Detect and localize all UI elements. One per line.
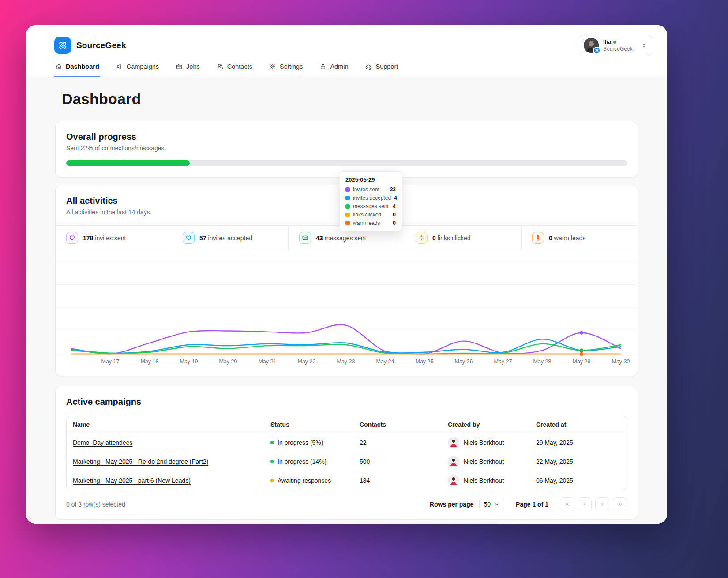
svg-text:May 28: May 28 (533, 358, 552, 365)
overall-progress-card: Overall progress Sent 22% of connections… (55, 121, 638, 178)
user-org: SourceGeek (603, 46, 636, 52)
legend-chip-links-clicked (345, 213, 350, 217)
table-header-row: Name Status Contacts Created by Created … (67, 416, 627, 433)
nav-tab-settings[interactable]: Settings (268, 63, 304, 77)
invite-heart-icon (66, 232, 78, 244)
svg-text:May 25: May 25 (416, 358, 434, 365)
gear-icon (269, 63, 276, 70)
chevron-right-icon (599, 501, 606, 507)
status-dot (270, 460, 274, 463)
chevron-up-down-icon (641, 42, 647, 49)
nav-tab-campaigns[interactable]: Campaigns (115, 63, 160, 77)
status-dot (270, 441, 274, 444)
online-status-dot (613, 41, 616, 44)
stat-invites-accepted: 57invites accepted (172, 226, 289, 250)
col-header-status: Status (264, 416, 353, 433)
nav-tab-support[interactable]: Support (364, 63, 399, 77)
table-row[interactable]: Demo_Day attendees In progress (5%) 22 N… (67, 433, 627, 452)
table-footer: 0 of 3 row(s) selected Rows per page 50 … (66, 497, 627, 511)
creator-name: Niels Berkhout (464, 477, 504, 484)
legend-chip-invites-sent (345, 187, 350, 192)
brand[interactable]: SourceGeek (54, 37, 126, 54)
svg-text:May 22: May 22 (298, 358, 316, 365)
prev-page-button[interactable] (578, 497, 592, 511)
svg-text:May 18: May 18 (141, 358, 159, 365)
app-name: SourceGeek (76, 41, 126, 50)
svg-text:May 30: May 30 (612, 358, 630, 365)
last-page-button[interactable] (613, 497, 627, 511)
legend-chip-messages-sent (345, 204, 350, 209)
campaign-link[interactable]: Marketing - May 2025 - part 6 (New Leads… (73, 477, 191, 484)
contacts-count: 134 (353, 471, 442, 490)
first-page-button[interactable] (560, 497, 574, 511)
tooltip-date: 2025-05-29 (345, 176, 396, 183)
svg-text:May 23: May 23 (337, 358, 355, 365)
activities-chart[interactable]: May 17May 18May 19May 20May 21May 22May … (56, 250, 638, 369)
envelope-icon (299, 232, 311, 244)
campaign-link[interactable]: Marketing - May 2025 - Re-do 2nd degree … (73, 458, 208, 465)
rows-per-page-label: Rows per page (430, 501, 474, 508)
campaigns-title: Active campaigns (66, 397, 627, 407)
next-page-button[interactable] (595, 497, 609, 511)
svg-text:May 27: May 27 (494, 358, 512, 365)
chevron-left-icon (582, 501, 588, 507)
briefcase-icon (176, 63, 183, 70)
stat-links-clicked: 0links clicked (405, 226, 522, 250)
svg-text:May 19: May 19 (180, 358, 198, 365)
chart-tooltip: 2025-05-29 invites sent23 invites accept… (339, 171, 402, 231)
users-icon (217, 63, 224, 70)
page-indicator: Page 1 of 1 (516, 501, 548, 508)
progress-bar-track (66, 160, 627, 166)
nav-tab-contacts[interactable]: Contacts (216, 63, 253, 77)
nav-tab-dashboard[interactable]: Dashboard (54, 63, 100, 77)
main-content: Dashboard Overall progress Sent 22% of c… (26, 77, 667, 524)
svg-text:May 26: May 26 (455, 358, 473, 365)
creator-name: Niels Berkhout (464, 458, 504, 465)
creator-avatar (448, 475, 459, 486)
invite-accepted-heart-icon (183, 232, 195, 244)
sourcegeek-badge-icon (593, 47, 600, 54)
rows-per-page-select[interactable]: 50 (479, 498, 505, 511)
nav-tab-jobs[interactable]: Jobs (175, 63, 201, 77)
stat-warm-leads: 0warm leads (522, 226, 638, 250)
svg-text:May 21: May 21 (259, 358, 277, 365)
campaign-link[interactable]: Demo_Day attendees (73, 439, 132, 446)
status-dot (270, 479, 274, 482)
overall-progress-subtitle: Sent 22% of connections/messages. (66, 145, 627, 152)
activities-chart-svg: May 17May 18May 19May 20May 21May 22May … (56, 250, 637, 368)
chevrons-left-icon (564, 501, 570, 507)
chevrons-right-icon (617, 501, 623, 507)
col-header-name: Name (67, 416, 264, 433)
headset-icon (365, 63, 372, 70)
main-nav: Dashboard Campaigns Jobs Contacts Settin… (54, 63, 652, 77)
svg-text:May 17: May 17 (101, 358, 120, 365)
status-text: In progress (5%) (278, 439, 323, 446)
header: SourceGeek (26, 25, 667, 77)
table-row[interactable]: Marketing - May 2025 - Re-do 2nd degree … (67, 452, 627, 471)
contacts-count: 22 (353, 433, 442, 452)
creator-name: Niels Berkhout (464, 439, 504, 446)
overall-progress-title: Overall progress (66, 132, 627, 142)
creator-avatar (448, 456, 459, 467)
stat-invites-sent: 178invites sent (56, 226, 172, 250)
campaigns-table: Name Status Contacts Created by Created … (66, 416, 627, 490)
col-header-contacts: Contacts (353, 416, 442, 433)
svg-text:May 20: May 20 (219, 358, 237, 365)
account-switcher[interactable]: Ilia SourceGeek (579, 35, 652, 56)
click-burst-icon (416, 232, 428, 244)
legend-chip-invites-accepted (345, 196, 350, 200)
sourcegeek-logo-icon (54, 37, 71, 54)
status-text: Awaiting responses (278, 477, 331, 484)
lock-icon (319, 63, 326, 70)
user-name: Ilia (603, 38, 611, 45)
svg-text:May 29: May 29 (573, 358, 591, 365)
svg-text:May 24: May 24 (376, 358, 394, 365)
created-at: 06 May, 2025 (530, 471, 627, 490)
chevron-down-icon (494, 502, 499, 507)
nav-tab-admin[interactable]: Admin (319, 63, 349, 77)
thermometer-icon (532, 232, 544, 244)
creator-avatar (448, 437, 459, 448)
table-row[interactable]: Marketing - May 2025 - part 6 (New Leads… (67, 471, 627, 490)
legend-chip-warm-leads (345, 221, 350, 225)
progress-bar-fill (66, 160, 190, 166)
